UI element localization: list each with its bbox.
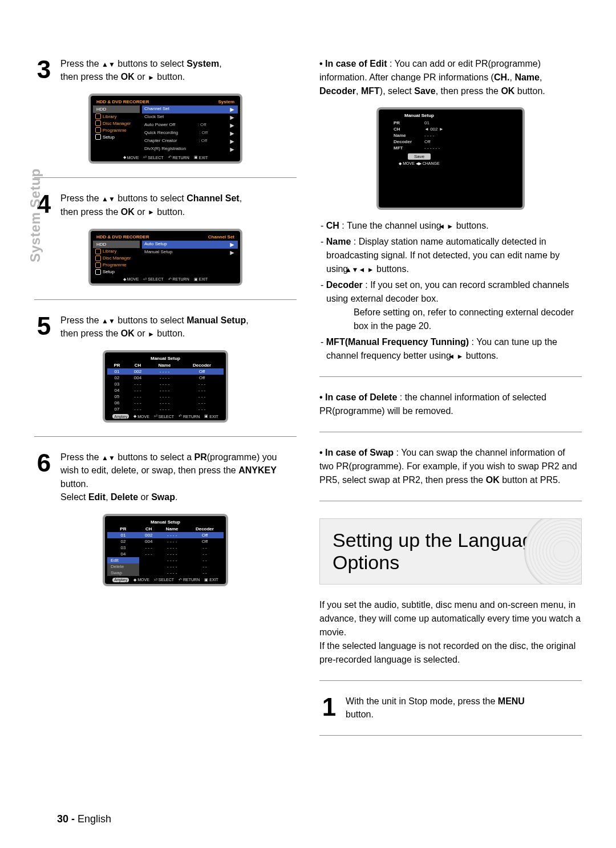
pr-label: PR [194, 452, 207, 462]
table-row: 03- - -- - - -- - - [107, 381, 224, 387]
text: button. [155, 328, 185, 338]
divider [319, 735, 582, 736]
osd-menu-item-active: Setup [93, 133, 140, 140]
text: or [135, 72, 148, 82]
table-row: 01002- - - -Off [107, 532, 224, 538]
book-icon [95, 249, 101, 254]
language-step-1: 1 With the unit in Stop mode, press the … [319, 695, 582, 721]
divider [319, 501, 582, 501]
divider [34, 299, 297, 300]
osd-menu-item: Library [93, 248, 140, 255]
disc-icon [524, 518, 582, 585]
text: With the unit in Stop mode, press the [346, 696, 498, 706]
delete-case-bullet: • In case of Delete : the channel inform… [319, 391, 582, 418]
context-menu-row: Swap- - - -- - [107, 570, 224, 576]
kv-row: Name- - - - [382, 132, 456, 139]
page-footer: 30 - English [57, 813, 111, 825]
text: button. [60, 479, 88, 489]
ok-label: OK [121, 72, 135, 82]
programme-icon [95, 127, 101, 133]
book-icon [95, 113, 101, 119]
step-number: 5 [34, 314, 54, 340]
osd-tab: HDD [93, 241, 140, 248]
osd-row: Auto Power Off: Off► [142, 121, 238, 129]
swap-case-bullet: • In case of Swap : You can swap the cha… [319, 446, 582, 487]
manual-page: System Setup 3 Press the ▲▼ buttons to s… [0, 0, 616, 848]
return-icon: ↶ [168, 155, 172, 160]
text: or [135, 207, 148, 217]
table-row: 05- - -- - - -- - - [107, 393, 224, 400]
step-number: 3 [34, 57, 54, 83]
gear-icon [95, 269, 101, 275]
anykey-label: ANYKEY [238, 465, 277, 475]
kv-row: CH◄ 002 ► [382, 126, 456, 132]
divider [319, 680, 582, 681]
osd-system-screen: HDD & DVD RECORDER System HDD Library Di… [88, 94, 242, 164]
table-row: 06- - -- - - -- - - [107, 400, 224, 406]
text: , [219, 59, 221, 68]
swap-label: Swap [151, 492, 175, 502]
osd-left-panel: HDD Library Disc Manager Programme Setup [93, 241, 140, 275]
text: buttons to select [115, 59, 187, 68]
osd-menu-item: Library [93, 113, 140, 120]
table-row: 02004- - - -Off [107, 375, 224, 381]
leftright-icon: ◄ ► [453, 353, 463, 360]
osd-table: PRCHNameDecoder 01002- - - -Off 02004- -… [107, 362, 224, 412]
left-column: 3 Press the ▲▼ buttons to select System,… [34, 57, 297, 749]
osd-footer: ◆MOVE ⏎SELECT ↶RETURN ▣EXIT [93, 153, 238, 160]
alldir-icon: ▲▼◄ ► [351, 266, 374, 273]
osd-selected-row: Channel Set► [142, 106, 238, 113]
text: buttons to select a [115, 452, 194, 462]
osd-selected-row: Auto Setup► [142, 241, 238, 249]
text: buttons to select [115, 315, 187, 325]
leftright-icon: ◄ ► [444, 223, 453, 230]
section-side-tab: System Setup [27, 168, 43, 262]
osd-subtitle: System [218, 99, 234, 104]
osd-title: HDD & DVD RECORDER [96, 234, 149, 240]
target-label: Manual Setup [187, 315, 246, 325]
text: (programme) [207, 452, 260, 462]
divider [34, 177, 297, 178]
osd-table: PRCHNameDecoder 01002- - - -Off 02004- -… [107, 526, 224, 576]
divider [319, 376, 582, 377]
target-label: Channel Set [187, 193, 239, 203]
table-row: 03- - -- - - -- - [107, 545, 224, 551]
table-row: 04- - -- - - -- - [107, 551, 224, 557]
osd-menu-item: Disc Manager [93, 120, 140, 127]
disc-icon [95, 120, 101, 126]
osd-right-panel: Channel Set► Clock Set► Auto Power Off: … [140, 106, 238, 153]
anykey-badge: Anykey [112, 414, 129, 419]
osd-right-panel: Auto Setup► Manual Setup► [140, 241, 238, 275]
osd-edit-card: Manual Setup PR01 CH◄ 002 ► Name- - - - … [376, 107, 525, 210]
text: Press the [60, 59, 102, 68]
step-number: 1 [319, 695, 339, 721]
osd-row: Chapter Creator: Off► [142, 137, 238, 145]
right-icon: ► [148, 209, 155, 216]
osd-left-panel: HDD Library Disc Manager Programme Setup [93, 106, 140, 153]
text: or [135, 328, 148, 338]
updown-icon: ▲▼ [102, 61, 115, 68]
table-row: 01002- - - -Off [107, 368, 224, 375]
anykey-badge: Anykey [112, 578, 129, 582]
osd-row: Quick Recording: Off► [142, 129, 238, 137]
text: button. [346, 709, 374, 719]
right-column: • In case of Edit : You can add or edit … [319, 57, 582, 749]
osd-footer: ◆MOVE ⏎SELECT ↶RETURN ▣EXIT [93, 275, 238, 282]
exit-icon: ▣ [194, 155, 198, 160]
step-5: 5 Press the ▲▼ buttons to select Manual … [34, 314, 297, 340]
text: Press the [60, 315, 102, 325]
definitions-block: - CH : Tune the channel using ◄ ► button… [319, 219, 582, 363]
text: button. [155, 207, 185, 217]
text: Press the [60, 452, 102, 462]
divider [319, 432, 582, 432]
osd-menu-item: Programme [93, 127, 140, 133]
text: buttons to select [115, 193, 187, 203]
kv-row: MFT- - - - - - [382, 145, 456, 151]
table-row: 02004- - - -Off [107, 538, 224, 545]
text: Press the [60, 193, 102, 203]
osd-title: HDD & DVD RECORDER [96, 99, 149, 104]
programme-icon [95, 262, 101, 268]
edit-case-bullet: • In case of Edit : You can add or edit … [319, 57, 582, 98]
table-row: 04- - -- - - -- - - [107, 387, 224, 393]
select-icon: ⏎ [143, 277, 147, 282]
